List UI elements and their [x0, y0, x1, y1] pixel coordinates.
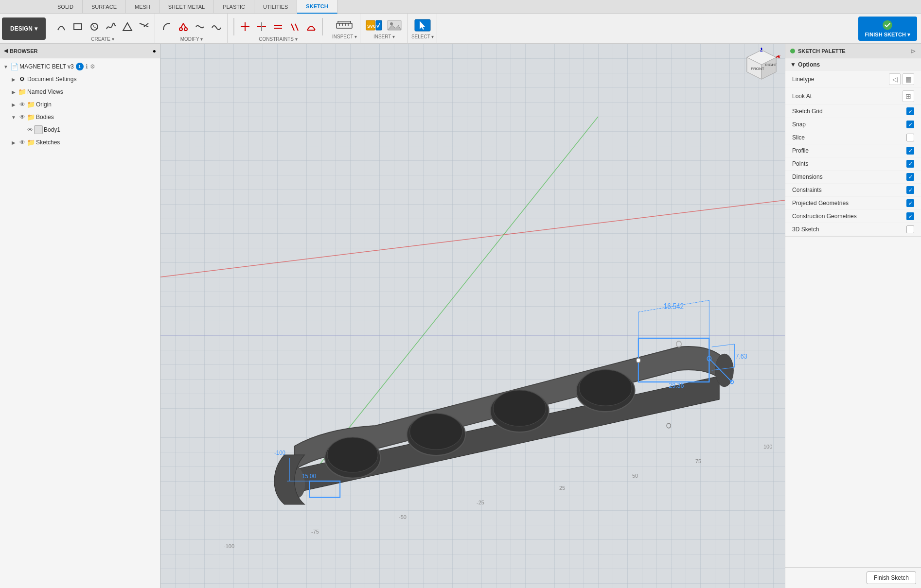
coincident-tool[interactable] — [237, 19, 253, 35]
svg-line-56 — [712, 344, 735, 347]
create-label[interactable]: CREATE ▾ — [91, 36, 114, 44]
expand-sketches[interactable]: ▶ — [10, 138, 18, 146]
line-tool[interactable] — [136, 19, 152, 35]
tab-plastic[interactable]: PLASTIC — [214, 0, 254, 14]
palette-pin-icon[interactable]: ⊳ — [910, 47, 916, 55]
palette-options-header[interactable]: ▼ Options — [785, 58, 921, 71]
body1-eye-icon[interactable]: 👁 — [26, 126, 34, 134]
snap-checkbox[interactable]: ✓ — [906, 121, 914, 128]
doc-settings-label: Document Settings — [27, 76, 76, 83]
viewport[interactable]: -100 -75 -50 -25 25 50 75 100 — [160, 44, 785, 588]
arc-tool[interactable] — [53, 19, 69, 35]
expand-bodies[interactable]: ▼ — [10, 113, 18, 121]
parallel-tool[interactable] — [287, 19, 302, 35]
palette-status-dot — [790, 49, 795, 53]
construction-geo-checkbox[interactable]: ✓ — [906, 212, 914, 220]
constraints-label[interactable]: CONSTRAINTS ▾ — [259, 36, 297, 44]
svg-text:Z: Z — [760, 48, 763, 52]
rectangle-tool[interactable] — [70, 19, 86, 35]
tab-surface[interactable]: SURFACE — [83, 0, 126, 14]
bodies-eye-icon[interactable]: 👁 — [18, 113, 26, 121]
tree-item-named-views[interactable]: ▶ 📁 Named Views — [0, 86, 160, 98]
tree-item-bodies[interactable]: ▼ 👁 📁 Bodies — [0, 111, 160, 123]
tree-item-root[interactable]: ▼ 📄 MAGNETIC BELT v3 1 ℹ ⚙ — [0, 60, 160, 73]
svg-line-16 — [291, 24, 294, 31]
named-views-icon: 📁 — [18, 87, 26, 96]
horizontal-tool[interactable] — [254, 19, 269, 35]
trim-tool[interactable] — [176, 19, 191, 35]
palette-body: ▼ Options Linetype ◁ ▦ Look At ⊞ — [785, 58, 921, 567]
modify-label[interactable]: MODIFY ▾ — [180, 36, 203, 44]
expand-origin[interactable]: ▶ — [10, 101, 18, 108]
browser-title[interactable]: ◀ BROWSER — [4, 48, 37, 54]
insert-svg-tool[interactable]: SVG — [364, 17, 384, 34]
svg-rect-0 — [74, 24, 82, 30]
body1-icon — [34, 125, 43, 134]
projected-geo-checkbox[interactable]: ✓ — [906, 199, 914, 207]
tree-item-body1[interactable]: 👁 Body1 — [0, 123, 160, 136]
palette-options-section: ▼ Options Linetype ◁ ▦ Look At ⊞ — [785, 58, 921, 237]
tab-utilities[interactable]: UTILITIES — [254, 0, 297, 14]
fillet-tool[interactable] — [159, 19, 175, 35]
circle-tool[interactable] — [87, 19, 102, 35]
3d-sketch-checkbox[interactable] — [906, 225, 914, 233]
finish-sketch-footer-button[interactable]: Finish Sketch — [867, 571, 916, 584]
tree-item-origin[interactable]: ▶ 👁 📁 Origin — [0, 98, 160, 111]
palette-row-projected-geo: Projected Geometries ✓ — [785, 197, 921, 210]
tab-sheet-metal[interactable]: SHEET METAL — [159, 0, 214, 14]
tangent-tool[interactable] — [303, 19, 319, 35]
bodies-label: Bodies — [36, 114, 54, 121]
root-info-icon: ℹ — [86, 63, 88, 70]
dimensions-checkbox[interactable]: ✓ — [906, 173, 914, 181]
profile-checkbox[interactable]: ✓ — [906, 147, 914, 155]
points-checkbox[interactable]: ✓ — [906, 160, 914, 168]
constraints-checkbox[interactable]: ✓ — [906, 186, 914, 194]
create-group: CREATE ▾ — [51, 14, 155, 44]
root-icon: 📄 — [10, 62, 18, 71]
slice-label: Slice — [792, 134, 805, 141]
root-label: MAGNETIC BELT v3 — [19, 63, 74, 70]
slice-checkbox[interactable] — [906, 134, 914, 141]
look-at-icon[interactable]: ⊞ — [903, 90, 914, 102]
svg-point-31 — [390, 22, 393, 25]
tree-item-sketches[interactable]: ▶ 👁 📁 Sketches — [0, 136, 160, 149]
tab-solid[interactable]: SOLID — [49, 0, 83, 14]
extend-tool[interactable] — [192, 19, 208, 35]
constraints-icons — [231, 14, 325, 36]
origin-eye-icon[interactable]: 👁 — [18, 101, 26, 108]
finish-sketch-button[interactable]: FINISH SKETCH ▾ — [858, 17, 917, 41]
select-tool[interactable] — [413, 17, 432, 34]
browser-close-icon[interactable]: ● — [153, 48, 156, 54]
svg-point-68 — [667, 423, 671, 428]
origin-icon: 📁 — [26, 100, 35, 109]
equal-tool[interactable] — [270, 19, 286, 35]
palette-row-snap: Snap ✓ — [785, 118, 921, 131]
expand-named-views[interactable]: ▶ — [10, 88, 18, 96]
linetype-arrow-icon[interactable]: ◁ — [889, 73, 901, 85]
sketch-palette: SKETCH PALETTE ⊳ ▼ Options Linetype ◁ ▦ — [785, 44, 921, 588]
nav-cube[interactable]: FRONT RIGHT Z X — [742, 48, 781, 86]
svg-text:SVG: SVG — [367, 24, 376, 29]
expand-root[interactable]: ▼ — [2, 63, 10, 70]
svg-text:7.63: 7.63 — [735, 352, 747, 360]
tab-sketch[interactable]: SKETCH — [297, 0, 337, 14]
svg-point-44 — [410, 414, 462, 450]
spline-tool[interactable] — [103, 19, 119, 35]
sketch-grid-checkbox[interactable]: ✓ — [906, 107, 914, 115]
insert-label[interactable]: INSERT ▾ — [373, 34, 395, 41]
offset-tool[interactable] — [209, 19, 224, 35]
inspect-ruler-tool[interactable] — [335, 17, 354, 34]
insert-image-tool[interactable] — [385, 17, 404, 34]
inspect-label[interactable]: INSPECT ▾ — [332, 34, 357, 41]
browser-collapse-icon[interactable]: ◀ — [4, 48, 8, 54]
sketches-label: Sketches — [36, 139, 60, 146]
create-icons — [53, 14, 152, 36]
tab-mesh[interactable]: MESH — [126, 0, 159, 14]
expand-doc-settings[interactable]: ▶ — [10, 75, 18, 83]
linetype-grid-icon[interactable]: ▦ — [903, 73, 914, 85]
select-label[interactable]: SELECT ▾ — [411, 34, 434, 41]
design-button[interactable]: DESIGN ▾ — [2, 17, 46, 40]
sketches-eye-icon[interactable]: 👁 — [18, 138, 26, 146]
triangle-tool[interactable] — [120, 19, 135, 35]
tree-item-doc-settings[interactable]: ▶ ⚙ Document Settings — [0, 73, 160, 86]
